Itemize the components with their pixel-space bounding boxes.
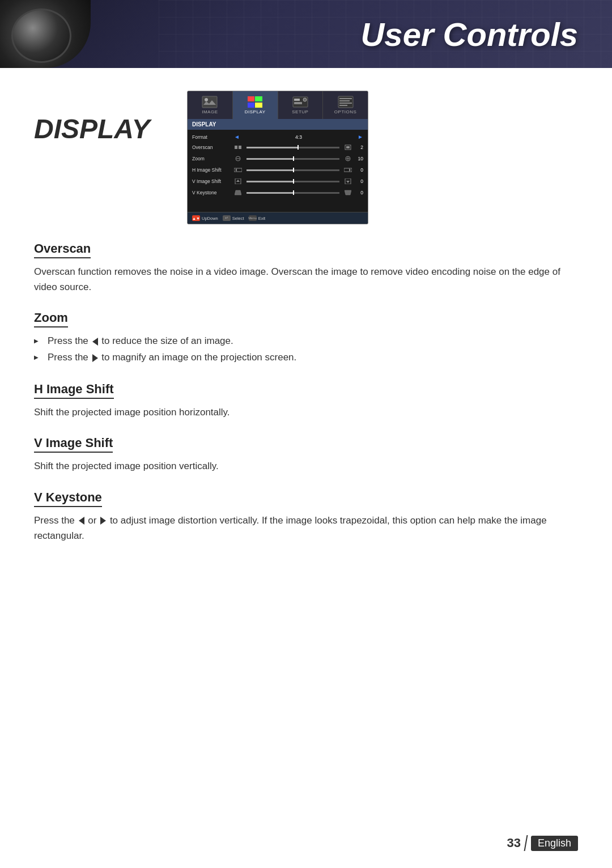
zoom-bullets: Press the to reduce the size of an image… xyxy=(34,333,578,366)
display-tab-label: DISPLAY xyxy=(245,109,266,114)
svg-rect-2 xyxy=(248,96,254,101)
hshift-right-icon xyxy=(344,167,352,173)
vkeystone-suffix: to adjust image distortion vertically. I… xyxy=(34,515,547,541)
osd-tab-setup[interactable]: SETUP xyxy=(278,91,324,119)
exit-label: Exit xyxy=(258,216,266,221)
image-tab-icon xyxy=(202,96,218,108)
svg-rect-7 xyxy=(294,99,300,101)
hshift-slider xyxy=(246,169,339,171)
footer-language: English xyxy=(531,836,578,851)
svg-marker-29 xyxy=(236,180,240,182)
svg-rect-15 xyxy=(235,146,237,149)
display-section: DISPLAY IMAGE xyxy=(34,91,578,224)
osd-rows: Format ◄ 4:3 ► Overscan xyxy=(188,130,368,212)
osd-tab-options[interactable]: OPTIONS xyxy=(323,91,368,119)
vshift-label: V Image Shift xyxy=(192,178,232,184)
svg-marker-32 xyxy=(235,190,241,195)
osd-menu: IMAGE DISPLAY xyxy=(187,91,368,224)
vshift-left-icon xyxy=(234,178,242,185)
zoom-bullet2-prefix: Press the xyxy=(48,352,88,363)
overscan-left-icon xyxy=(234,144,242,151)
vkeystone-arrow-left-icon xyxy=(79,517,84,525)
zoom-bullet1-prefix: Press the xyxy=(48,335,88,346)
vkeystone-left-icon xyxy=(234,189,242,196)
osd-tab-image[interactable]: IMAGE xyxy=(188,91,233,119)
osd-row-format: Format ◄ 4:3 ► xyxy=(188,132,368,142)
page-header: User Controls xyxy=(0,0,612,68)
updown-label: UpDown xyxy=(202,216,218,221)
section-zoom: Zoom Press the to reduce the size of an … xyxy=(34,310,578,366)
arrow-right-icon xyxy=(92,354,98,362)
display-tab-icon xyxy=(247,96,263,108)
format-arrow-right: ► xyxy=(358,134,363,140)
svg-rect-8 xyxy=(294,102,302,104)
svg-rect-16 xyxy=(239,146,241,149)
zoom-right-icon xyxy=(344,155,352,162)
svg-point-1 xyxy=(205,98,208,101)
vshift-value: 0 xyxy=(354,178,363,184)
overscan-value: 2 xyxy=(354,144,363,150)
format-label: Format xyxy=(192,134,232,140)
zoom-bullet2-suffix: to magnify an image on the projection sc… xyxy=(101,352,296,363)
zoom-bullet1-suffix: to reduce the size of an image. xyxy=(101,335,233,346)
zoom-bullet-1: Press the to reduce the size of an image… xyxy=(34,333,578,350)
vkeystone-value: 0 xyxy=(354,190,363,195)
svg-marker-27 xyxy=(349,168,351,172)
zoom-label: Zoom xyxy=(192,156,232,161)
updown-icon: ▲▼ xyxy=(192,215,200,221)
zoom-left-icon xyxy=(234,155,242,162)
hshift-label: H Image Shift xyxy=(192,167,232,173)
svg-rect-3 xyxy=(255,96,262,101)
overscan-heading: Overscan xyxy=(34,241,91,258)
osd-row-zoom: Zoom 10 xyxy=(188,153,368,164)
svg-point-9 xyxy=(303,98,307,101)
page-title: User Controls xyxy=(360,15,578,53)
vkeystone-prefix: Press the xyxy=(34,515,75,526)
select-label: Select xyxy=(232,216,244,221)
osd-row-vshift: V Image Shift 0 xyxy=(188,176,368,187)
page-footer: 33 English xyxy=(507,835,578,851)
osd-footer: ▲▼ UpDown ↵ Select Menu Exit xyxy=(188,212,368,224)
osd-tab-display[interactable]: DISPLAY xyxy=(233,91,278,119)
zoom-bullet-2: Press the to magnify an image on the pro… xyxy=(34,350,578,366)
vkeystone-slider xyxy=(246,192,339,194)
vkeystone-heading: V Keystone xyxy=(34,490,102,507)
overscan-right-icon xyxy=(344,144,352,151)
svg-rect-0 xyxy=(202,96,217,108)
zoom-heading: Zoom xyxy=(34,310,68,327)
vshift-right-icon xyxy=(344,178,352,185)
svg-rect-14 xyxy=(339,105,347,106)
osd-row-hshift: H Image Shift 0 xyxy=(188,164,368,176)
osd-row-overscan: Overscan 2 xyxy=(188,142,368,153)
overscan-label: Overscan xyxy=(192,144,232,150)
overscan-text: Overscan function removes the noise in a… xyxy=(34,264,578,295)
svg-marker-33 xyxy=(345,190,351,195)
hshift-text: Shift the projected image position horiz… xyxy=(34,405,578,420)
svg-rect-13 xyxy=(339,103,352,104)
svg-rect-11 xyxy=(339,98,352,99)
menu-icon: Menu xyxy=(249,215,257,221)
osd-footer-exit: Menu Exit xyxy=(249,215,266,221)
osd-tabs: IMAGE DISPLAY xyxy=(188,91,368,119)
footer-divider xyxy=(524,835,528,851)
hshift-value: 0 xyxy=(354,167,363,173)
content-sections: Overscan Overscan function removes the n… xyxy=(34,241,578,543)
image-tab-label: IMAGE xyxy=(202,109,218,114)
setup-tab-label: SETUP xyxy=(292,109,308,114)
format-value: 4:3 xyxy=(242,134,355,140)
hshift-heading: H Image Shift xyxy=(34,382,114,399)
page-number: 33 xyxy=(507,836,520,850)
svg-rect-18 xyxy=(346,146,350,148)
svg-marker-25 xyxy=(235,168,237,172)
options-tab-icon xyxy=(338,96,354,108)
format-arrow-left: ◄ xyxy=(234,134,240,140)
vkeystone-right-icon xyxy=(344,189,352,196)
svg-rect-12 xyxy=(339,100,350,101)
section-vshift: V Image Shift Shift the projected image … xyxy=(34,436,578,474)
osd-footer-select: ↵ Select xyxy=(223,215,244,221)
section-overscan: Overscan Overscan function removes the n… xyxy=(34,241,578,295)
lens-decoration xyxy=(0,0,91,68)
vshift-heading: V Image Shift xyxy=(34,436,113,453)
vkeystone-arrow-right-icon xyxy=(100,517,106,525)
setup-tab-icon xyxy=(292,96,308,108)
